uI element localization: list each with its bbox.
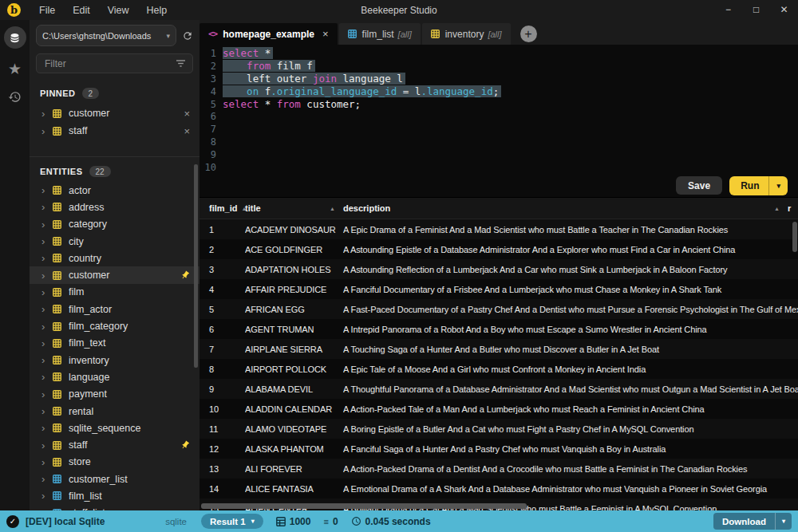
cell-film-id[interactable]: 11 (200, 424, 245, 434)
cell-film-id[interactable]: 8 (200, 365, 245, 374)
table-row[interactable]: 6AGENT TRUMANA Intrepid Panorama of a Ro… (200, 319, 798, 339)
cell-title[interactable]: AGENT TRUMAN (245, 325, 343, 334)
cell-description[interactable]: A Epic Drama of a Feminist And a Mad Sci… (343, 225, 798, 234)
table-row[interactable]: 12ALASKA PHANTOMA Fanciful Saga of a Hun… (200, 439, 798, 459)
entity-item-staff[interactable]: ›staff (30, 436, 200, 453)
cell-description[interactable]: A Boring Epistle of a Butler And a Cat w… (343, 424, 798, 434)
vertical-scrollbar[interactable] (792, 222, 797, 252)
cell-film-id[interactable]: 14 (200, 484, 245, 494)
cell-film-id[interactable]: 12 (200, 444, 245, 454)
pin-icon[interactable] (176, 440, 190, 450)
table-row[interactable]: 14ALICE FANTASIAA Emotional Drama of a A… (200, 479, 798, 499)
pinned-item-customer[interactable]: ›customer× (30, 104, 200, 122)
menu-help[interactable]: Help (138, 5, 176, 16)
cell-title[interactable]: AFRICAN EGG (245, 305, 343, 314)
entity-item-address[interactable]: ›address (30, 199, 200, 215)
cell-title[interactable]: ALASKA PHANTOM (245, 444, 343, 454)
cell-film-id[interactable]: 9 (200, 384, 245, 394)
entity-item-actor[interactable]: ›actor (30, 182, 200, 199)
pin-icon[interactable] (176, 270, 190, 280)
entity-item-payment[interactable]: ›payment (30, 386, 200, 403)
cell-description[interactable]: A Astounding Epistle of a Database Admin… (343, 245, 798, 254)
cell-film-id[interactable]: 5 (200, 305, 245, 314)
refresh-icon[interactable] (182, 30, 193, 41)
table-row[interactable]: 10ALADDIN CALENDARA Action-Packed Tale o… (200, 399, 798, 419)
entity-item-language[interactable]: ›language (30, 368, 200, 385)
entity-item-city[interactable]: ›city (30, 233, 200, 250)
cell-film-id[interactable]: 1 (200, 225, 245, 234)
entity-item-film_list[interactable]: ›film_list (30, 487, 200, 504)
entity-item-customer_list[interactable]: ›customer_list (30, 471, 200, 487)
database-tab-icon[interactable] (4, 26, 26, 49)
table-row[interactable]: 11ALAMO VIDEOTAPEA Boring Epistle of a B… (200, 419, 798, 439)
cell-title[interactable]: ALADDIN CALENDAR (245, 404, 343, 414)
cell-title[interactable]: AFFAIR PREJUDICE (245, 285, 343, 294)
tab-film_list[interactable]: film_list[all] (339, 23, 421, 45)
cell-title[interactable]: ALAMO VIDEOTAPE (245, 424, 343, 434)
cell-description[interactable]: A Fast-Paced Documentary of a Pastry Che… (343, 305, 798, 314)
tab-close-icon[interactable]: × (322, 28, 329, 40)
entity-item-film_text[interactable]: ›film_text (30, 335, 200, 352)
cell-title[interactable]: ACADEMY DINOSAUR (245, 225, 343, 234)
cell-description[interactable]: A Astounding Reflection of a Lumberjack … (343, 265, 798, 274)
cell-description[interactable]: A Action-Packed Drama of a Dentist And a… (343, 464, 798, 474)
sql-editor[interactable]: 1select *2 from film f3 left outer join … (200, 45, 798, 176)
horizontal-scrollbar[interactable] (201, 503, 527, 509)
entity-item-sqlite_sequence[interactable]: ›sqlite_sequence (30, 420, 200, 436)
cell-description[interactable]: A Action-Packed Tale of a Man And a Lumb… (343, 404, 798, 414)
menu-view[interactable]: View (99, 5, 138, 16)
table-row[interactable]: 1ACADEMY DINOSAURA Epic Drama of a Femin… (200, 219, 798, 239)
table-row[interactable]: 3ADAPTATION HOLESA Astounding Reflection… (200, 259, 798, 279)
cell-description[interactable]: A Thoughtful Panorama of a Database Admi… (343, 384, 798, 394)
cell-description[interactable]: A Emotional Drama of a A Shark And a Dat… (343, 484, 798, 494)
cell-title[interactable]: ALICE FANTASIA (245, 484, 343, 494)
table-row[interactable]: 2ACE GOLDFINGERA Astounding Epistle of a… (200, 239, 798, 259)
run-options-caret-icon[interactable]: ▾ (769, 178, 788, 194)
menu-edit[interactable]: Edit (64, 5, 99, 16)
entity-item-country[interactable]: ›country (30, 250, 200, 266)
result-select[interactable]: Result 1 ▾ (201, 514, 263, 529)
cell-film-id[interactable]: 3 (200, 265, 245, 274)
entity-item-film[interactable]: ›film (30, 284, 200, 301)
table-row[interactable]: 4AFFAIR PREJUDICEA Fanciful Documentary … (200, 279, 798, 299)
entity-item-customer[interactable]: ›customer (30, 266, 200, 283)
cell-description[interactable]: A Epic Tale of a Moose And a Girl who mu… (343, 365, 798, 374)
cell-film-id[interactable]: 4 (200, 285, 245, 294)
table-row[interactable]: 7AIRPLANE SIERRAA Touching Saga of a Hun… (200, 339, 798, 359)
cell-description[interactable]: A Intrepid Panorama of a Robot And a Boy… (343, 325, 798, 334)
cell-title[interactable]: AIRPORT POLLOCK (245, 365, 343, 374)
cell-film-id[interactable]: 2 (200, 245, 245, 254)
cell-film-id[interactable]: 7 (200, 345, 245, 354)
unpin-close-icon[interactable]: × (179, 108, 190, 120)
unpin-close-icon[interactable]: × (179, 125, 190, 137)
download-button[interactable]: Download ▾ (713, 513, 792, 530)
close-button[interactable]: ✕ (770, 0, 798, 20)
entity-item-staff_list[interactable]: ›staff_list (30, 505, 200, 510)
column-header-film_id[interactable]: film_id▲ (200, 203, 245, 213)
column-header-title[interactable]: title▲ (245, 203, 343, 213)
new-tab-button[interactable]: + (520, 26, 537, 42)
minimize-button[interactable]: − (714, 0, 742, 20)
cell-film-id[interactable]: 10 (200, 404, 245, 414)
download-options-caret-icon[interactable]: ▾ (776, 514, 792, 529)
run-button[interactable]: Run ▾ (729, 176, 788, 195)
table-row[interactable]: 5AFRICAN EGGA Fast-Paced Documentary of … (200, 299, 798, 319)
tab-inventory[interactable]: inventory[all] (422, 23, 511, 45)
save-button[interactable]: Save (676, 176, 722, 195)
cell-title[interactable]: ALABAMA DEVIL (245, 384, 343, 394)
entity-item-rental[interactable]: ›rental (30, 403, 200, 420)
entity-item-category[interactable]: ›category (30, 216, 200, 233)
cell-description[interactable]: A Fanciful Saga of a Hunter And a Pastry… (343, 444, 798, 454)
cell-title[interactable]: ACE GOLDFINGER (245, 245, 343, 254)
tab-homepage_example[interactable]: <>homepage_example× (200, 23, 338, 45)
cell-description[interactable]: A Fanciful Documentary of a Frisbee And … (343, 285, 798, 294)
table-row[interactable]: 13ALI FOREVERA Action-Packed Drama of a … (200, 459, 798, 479)
cell-film-id[interactable]: 13 (200, 464, 245, 474)
cell-title[interactable]: ALI FOREVER (245, 464, 343, 474)
entity-item-store[interactable]: ›store (30, 454, 200, 471)
maximize-button[interactable]: □ (742, 0, 770, 20)
history-icon[interactable] (8, 90, 22, 104)
column-header-clipped[interactable]: r (788, 203, 798, 213)
favorites-star-icon[interactable]: ★ (8, 61, 22, 77)
entity-item-film_category[interactable]: ›film_category (30, 317, 200, 334)
